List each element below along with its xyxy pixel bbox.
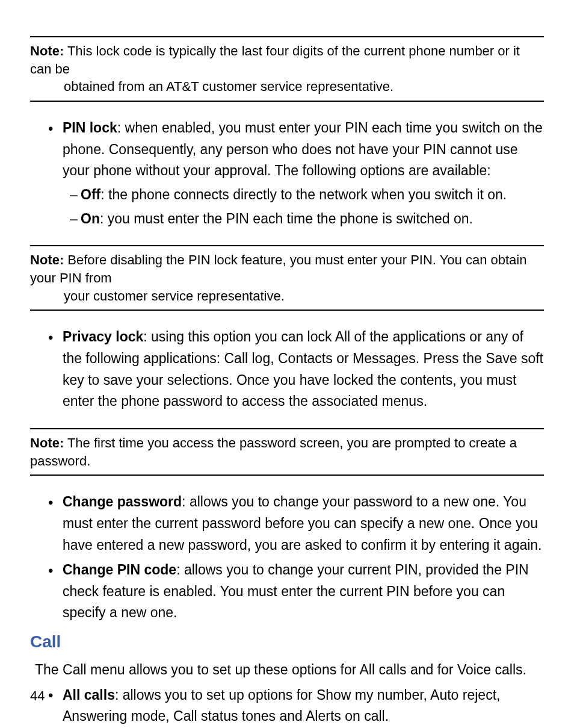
pin-lock-desc: : when enabled, you must enter your PIN … xyxy=(63,120,543,178)
note-content: Note: The first time you access the pass… xyxy=(30,434,544,470)
call-heading: Call xyxy=(30,632,544,652)
call-intro: The Call menu allows you to set up these… xyxy=(30,660,544,680)
pin-lock-off-item: Off: the phone connects directly to the … xyxy=(70,184,544,206)
note-line1: This lock code is typically the last fou… xyxy=(30,43,520,76)
note-line1: Before disabling the PIN lock feature, y… xyxy=(30,252,526,285)
pin-lock-on-item: On: you must enter the PIN each time the… xyxy=(70,208,544,230)
note-line2: obtained from an AT&T customer service r… xyxy=(30,78,544,96)
call-intro-bold: Call menu xyxy=(63,662,125,677)
note-label: Note: xyxy=(30,252,64,267)
note-block-lock-code: Note: This lock code is typically the la… xyxy=(30,36,544,102)
privacy-lock-item: Privacy lock: using this option you can … xyxy=(48,326,544,412)
off-label: Off xyxy=(81,187,100,202)
change-list: Change password: allows you to change yo… xyxy=(30,491,544,624)
privacy-lock-title: Privacy lock xyxy=(63,329,143,344)
note-line2: your customer service representative. xyxy=(30,287,544,305)
call-options-list: All calls: allows you to set up options … xyxy=(30,685,544,728)
note-label: Note: xyxy=(30,435,64,450)
off-desc: : the phone connects directly to the net… xyxy=(100,187,507,202)
on-desc: : you must enter the PIN each time the p… xyxy=(100,211,473,226)
privacy-lock-list: Privacy lock: using this option you can … xyxy=(30,326,544,412)
note-block-pin-disable: Note: Before disabling the PIN lock feat… xyxy=(30,245,544,311)
note-label: Note: xyxy=(30,43,64,58)
note-content: Note: This lock code is typically the la… xyxy=(30,42,544,96)
all-calls-title: All calls xyxy=(63,687,115,703)
on-label: On xyxy=(81,211,100,226)
note-block-password-first: Note: The first time you access the pass… xyxy=(30,428,544,476)
note-content: Note: Before disabling the PIN lock feat… xyxy=(30,251,544,305)
call-intro-post: allows you to set up these options for A… xyxy=(125,662,526,677)
change-pin-item: Change PIN code: allows you to change yo… xyxy=(48,559,544,624)
pin-lock-list: PIN lock: when enabled, you must enter y… xyxy=(30,117,544,229)
all-calls-desc: : allows you to set up options for Show … xyxy=(63,687,500,724)
call-intro-pre: The xyxy=(35,662,63,677)
note-text: The first time you access the password s… xyxy=(30,435,517,468)
pin-lock-sub-list: Off: the phone connects directly to the … xyxy=(63,184,544,229)
all-calls-item: All calls: allows you to set up options … xyxy=(48,685,544,726)
change-pin-title: Change PIN code xyxy=(63,562,176,577)
page-number: 44 xyxy=(30,688,45,704)
change-password-item: Change password: allows you to change yo… xyxy=(48,491,544,556)
pin-lock-title: PIN lock xyxy=(63,120,117,135)
change-password-title: Change password xyxy=(63,494,182,509)
pin-lock-item: PIN lock: when enabled, you must enter y… xyxy=(48,117,544,229)
